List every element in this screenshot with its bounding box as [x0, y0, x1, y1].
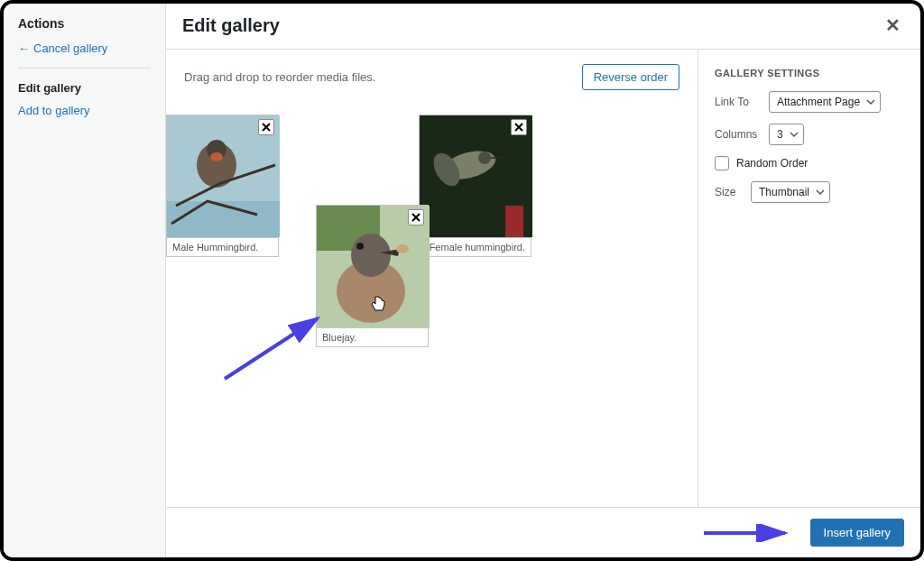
modal-header: Edit gallery ✕	[166, 4, 920, 50]
chevron-down-icon	[816, 188, 825, 197]
svg-point-9	[478, 152, 491, 164]
random-order-checkbox[interactable]: Random Order	[715, 156, 904, 170]
columns-row: Columns 3	[715, 124, 904, 145]
reverse-order-button[interactable]: Reverse order	[582, 64, 679, 90]
cancel-gallery-link[interactable]: Cancel gallery	[18, 41, 151, 55]
svg-point-4	[210, 152, 223, 161]
columns-label: Columns	[715, 128, 760, 141]
size-select[interactable]: Thumbnail	[751, 181, 830, 203]
gallery-item-dragging[interactable]: Bluejay.	[316, 205, 429, 347]
edit-gallery-section[interactable]: Edit gallery	[18, 81, 151, 95]
page-title: Edit gallery	[182, 15, 280, 36]
size-label: Size	[715, 186, 742, 198]
annotation-arrow-icon	[220, 311, 328, 383]
gallery-settings-panel: GALLERY SETTINGS Link To Attachment Page…	[698, 50, 920, 507]
gallery-canvas[interactable]: Drag and drop to reorder media files. Re…	[166, 50, 698, 507]
svg-point-13	[351, 234, 391, 277]
settings-heading: GALLERY SETTINGS	[715, 68, 904, 78]
random-order-label: Random Order	[736, 157, 808, 170]
modal-footer: Insert gallery	[166, 507, 920, 557]
chevron-down-icon	[790, 130, 799, 139]
svg-line-16	[225, 318, 318, 379]
remove-item-button[interactable]	[511, 119, 527, 135]
gallery-caption[interactable]: Male Hummingbird.	[167, 237, 278, 256]
cursor-icon	[371, 296, 385, 312]
close-button[interactable]: ✕	[882, 13, 904, 38]
media-modal: Actions Cancel gallery Edit gallery Add …	[0, 0, 924, 561]
gallery-caption[interactable]: Bluejay.	[317, 327, 428, 346]
actions-heading: Actions	[18, 16, 151, 31]
reorder-hint: Drag and drop to reorder media files.	[184, 70, 375, 84]
svg-point-15	[396, 244, 409, 253]
link-to-label: Link To	[715, 96, 760, 108]
svg-point-14	[356, 243, 364, 250]
gallery-thumb	[420, 115, 531, 237]
size-value: Thumbnail	[759, 186, 809, 198]
content-row: Actions Cancel gallery Edit gallery Add …	[4, 4, 920, 557]
gallery-caption[interactable]: Female hummingbird.	[420, 237, 531, 256]
gallery-item[interactable]: Male Hummingbird.	[166, 115, 279, 257]
gallery-thumb	[317, 206, 428, 327]
link-to-row: Link To Attachment Page	[715, 91, 904, 113]
insert-gallery-button[interactable]: Insert gallery	[810, 519, 904, 547]
size-row: Size Thumbnail	[715, 181, 904, 203]
sidebar: Actions Cancel gallery Edit gallery Add …	[4, 4, 166, 557]
main-panel: Edit gallery ✕ Drag and drop to reorder …	[166, 4, 920, 557]
columns-value: 3	[777, 128, 783, 141]
canvas-toolbar: Drag and drop to reorder media files. Re…	[184, 64, 679, 90]
remove-item-button[interactable]	[408, 209, 424, 225]
link-to-value: Attachment Page	[777, 96, 860, 108]
link-to-select[interactable]: Attachment Page	[769, 91, 881, 113]
chevron-down-icon	[866, 97, 875, 106]
columns-select[interactable]: 3	[769, 124, 804, 145]
modal-body: Drag and drop to reorder media files. Re…	[166, 50, 920, 507]
random-order-input[interactable]	[715, 156, 729, 170]
annotation-arrow-icon	[702, 524, 792, 542]
sidebar-divider	[18, 68, 151, 69]
remove-item-button[interactable]	[258, 119, 274, 135]
add-to-gallery-link[interactable]: Add to gallery	[18, 104, 151, 117]
gallery-item[interactable]: Female hummingbird.	[419, 115, 531, 257]
svg-rect-6	[505, 206, 523, 237]
gallery-thumb	[167, 115, 278, 237]
